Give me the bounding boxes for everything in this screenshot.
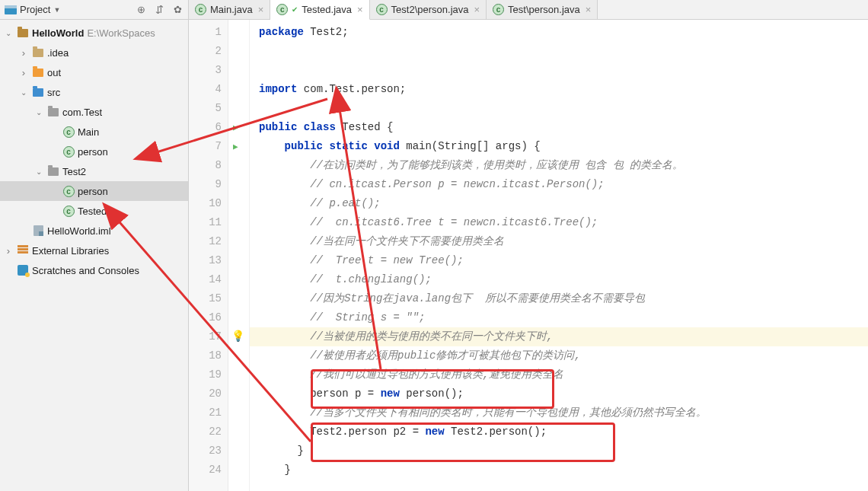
tree-label: External Libraries — [32, 245, 109, 257]
locate-icon[interactable]: ⊕ — [135, 4, 147, 16]
close-icon[interactable]: × — [586, 4, 592, 15]
project-sidebar: Project ▼ ⊕ ⇵ ✿ HelloWorld E:\WorkSpaces… — [0, 0, 189, 491]
tree-label: com.Test — [62, 107, 102, 118]
close-icon[interactable]: × — [258, 4, 264, 15]
class-icon: c — [63, 206, 75, 217]
tree-label: person — [78, 146, 108, 158]
tab-test2-person[interactable]: c Test2\person.java × — [370, 0, 487, 19]
close-icon[interactable]: × — [357, 4, 363, 15]
bulb-icon[interactable]: 💡 — [231, 327, 244, 346]
chevron-down-icon[interactable]: ▼ — [53, 6, 60, 14]
tree-node-out[interactable]: out — [0, 62, 188, 82]
tab-label: Main.java — [210, 4, 253, 15]
project-dropdown-label[interactable]: Project — [20, 4, 50, 15]
collapse-icon[interactable]: ⇵ — [153, 4, 165, 16]
tab-label: Tested.java — [302, 4, 352, 15]
tree-node-iml[interactable]: HelloWorld.iml — [0, 221, 188, 241]
package-icon — [48, 108, 59, 116]
tree-label: HelloWorld — [32, 27, 84, 39]
tab-main[interactable]: c Main.java × — [189, 0, 270, 19]
tree-node-main[interactable]: c Main — [0, 122, 188, 142]
tree-path: E:\WorkSpaces — [87, 27, 155, 39]
close-icon[interactable]: × — [474, 4, 480, 15]
class-icon: c — [63, 146, 75, 158]
folder-icon — [33, 49, 43, 57]
tree-node-person-comtest[interactable]: c person — [0, 142, 188, 161]
tab-tested[interactable]: c ✔ Tested.java × — [270, 0, 369, 20]
tree-label: .idea — [47, 47, 69, 59]
check-icon: ✔ — [292, 5, 298, 14]
tab-label: Test\person.java — [508, 4, 580, 15]
scratch-icon — [18, 265, 28, 276]
class-icon: c — [276, 4, 288, 15]
tree-node-scratch[interactable]: Scratches and Consoles — [0, 260, 188, 280]
class-icon: c — [376, 4, 388, 15]
class-icon: c — [63, 126, 75, 138]
tree-label: Main — [78, 126, 99, 138]
iml-file-icon — [34, 225, 43, 236]
tree-node-test2[interactable]: Test2 — [0, 161, 188, 181]
class-icon: c — [195, 4, 206, 15]
tree-root[interactable]: HelloWorld E:\WorkSpaces — [0, 23, 188, 43]
tab-label: Test2\person.java — [391, 4, 469, 15]
settings-icon[interactable]: ✿ — [171, 4, 183, 16]
class-icon: c — [63, 186, 75, 197]
tree-label: src — [47, 87, 60, 98]
tree-label: Test2 — [62, 166, 86, 177]
tree-label: HelloWorld.iml — [47, 225, 111, 237]
editor-tabs: c Main.java × c ✔ Tested.java × c Test2\… — [189, 0, 868, 20]
editor-area: c Main.java × c ✔ Tested.java × c Test2\… — [189, 0, 868, 491]
tree-node-idea[interactable]: .idea — [0, 43, 188, 62]
gutter-extras: ▶ ▶ 💡 — [228, 20, 250, 491]
tree-label: Scratches and Consoles — [32, 265, 139, 276]
package-icon — [48, 167, 59, 176]
line-gutter: 123456789101112131415161718192021222324 — [189, 20, 228, 491]
tree-node-tested[interactable]: c Tested — [0, 201, 188, 221]
class-icon: c — [493, 4, 504, 15]
tree-node-extlib[interactable]: External Libraries — [0, 241, 188, 260]
code-content[interactable]: package Test2; import com.Test.person; p… — [250, 20, 868, 491]
code-editor[interactable]: 123456789101112131415161718192021222324 … — [189, 20, 868, 491]
tree-label: person — [78, 186, 108, 197]
project-tree: HelloWorld E:\WorkSpaces .idea out src — [0, 20, 188, 283]
run-icon[interactable]: ▶ — [233, 138, 238, 157]
tab-test-person[interactable]: c Test\person.java × — [487, 0, 598, 19]
tree-label: Tested — [78, 206, 107, 217]
run-icon[interactable]: ▶ — [233, 119, 238, 138]
tree-node-person-test2[interactable]: c person — [0, 181, 188, 201]
tree-node-comtest[interactable]: com.Test — [0, 102, 188, 122]
folder-icon — [33, 69, 43, 77]
module-folder-icon — [18, 29, 28, 37]
library-icon — [18, 245, 28, 256]
tree-node-src[interactable]: src — [0, 82, 188, 102]
sidebar-toolbar: Project ▼ ⊕ ⇵ ✿ — [0, 0, 188, 20]
tree-label: out — [47, 67, 61, 78]
source-folder-icon — [33, 88, 43, 97]
project-view-icon — [5, 5, 17, 14]
